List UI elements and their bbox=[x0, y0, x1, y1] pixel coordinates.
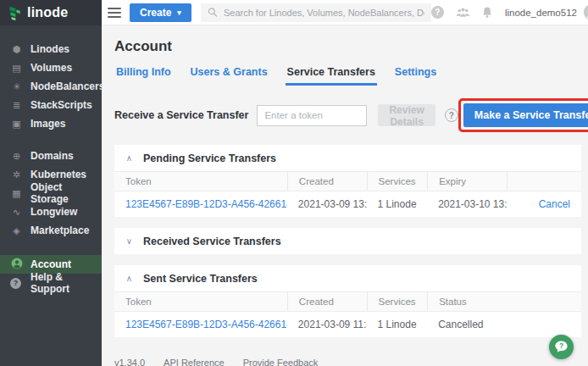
create-button[interactable]: Create ▾ bbox=[130, 3, 191, 22]
cancel-transfer-link[interactable]: Cancel bbox=[507, 198, 581, 210]
column-header-status: Status bbox=[427, 292, 581, 311]
page-footer: v1.34.0 API Reference Provide Feedback bbox=[114, 358, 581, 366]
menu-icon[interactable] bbox=[108, 8, 121, 18]
sidebar-item-linodes[interactable]: ⬢ Linodes bbox=[0, 40, 102, 58]
sidebar-item-label: Images bbox=[31, 118, 65, 130]
transfer-created: 2021-03-09 13:47 bbox=[287, 198, 367, 210]
column-header-services: Services bbox=[367, 292, 428, 311]
sidebar-item-stackscripts[interactable]: ≣ StackScripts bbox=[0, 96, 102, 114]
chat-question-icon: ? bbox=[553, 339, 569, 355]
column-header-expiry: Expiry bbox=[427, 172, 507, 191]
account-person-icon bbox=[10, 258, 23, 271]
top-bar: linode Create ▾ ? bbox=[0, 0, 588, 25]
volumes-icon: ▤ bbox=[10, 63, 23, 74]
tab-users-grants[interactable]: Users & Grants bbox=[189, 66, 269, 86]
logo-text: linode bbox=[27, 5, 68, 20]
search-input[interactable] bbox=[224, 8, 424, 18]
transfer-token-link[interactable]: 123E4567-E89B-12D3-A456-426614174001 bbox=[114, 319, 287, 330]
transfer-token-link[interactable]: 123E4567-E89B-12D3-A456-426614174000 bbox=[114, 198, 287, 210]
sidebar-item-label: Volumes bbox=[31, 62, 72, 74]
sidebar-item-label: NodeBalancers bbox=[31, 80, 104, 92]
sidebar-item-label: Marketplace bbox=[31, 225, 89, 236]
api-reference-link[interactable]: API Reference bbox=[164, 358, 225, 366]
page-title: Account bbox=[114, 38, 581, 55]
pending-transfers-panel: ∧ Pending Service Transfers Token Create… bbox=[114, 145, 581, 217]
receive-transfer-row: Receive a Service Transfer Review Detail… bbox=[114, 98, 581, 132]
sidebar-item-volumes[interactable]: ▤ Volumes bbox=[0, 58, 102, 77]
sidebar-item-domains[interactable]: ⊕ Domains bbox=[0, 147, 102, 165]
svg-text:?: ? bbox=[559, 341, 563, 350]
receive-transfer-label: Receive a Service Transfer bbox=[114, 109, 248, 121]
sidebar-item-label: Kubernetes bbox=[31, 169, 86, 180]
column-header-services: Services bbox=[367, 172, 428, 191]
table-row: 123E4567-E89B-12D3-A456-426614174000 202… bbox=[114, 191, 581, 217]
top-icons: ? bbox=[431, 6, 492, 19]
sent-transfers-panel: ∧ Sent Service Transfers Token Created S… bbox=[114, 265, 581, 337]
user-menu[interactable]: linode_demo512 ∨ bbox=[505, 3, 588, 21]
chevron-down-icon: ▾ bbox=[177, 8, 181, 17]
sidebar-item-object-storage[interactable]: ▦ Object Storage bbox=[0, 184, 102, 202]
sidebar-item-label: Domains bbox=[31, 150, 74, 162]
help-icon[interactable]: ? bbox=[431, 6, 444, 19]
transfer-services: 1 Linode bbox=[367, 198, 428, 210]
nodebalancers-icon: ✳ bbox=[10, 81, 23, 92]
sent-transfers-toggle[interactable]: ∧ Sent Service Transfers bbox=[114, 265, 581, 291]
search-icon bbox=[208, 7, 218, 18]
transfer-created: 2021-03-09 11:33 bbox=[287, 319, 367, 330]
sidebar-item-label: StackScripts bbox=[31, 99, 92, 111]
tab-settings[interactable]: Settings bbox=[393, 66, 438, 86]
sidebar-item-longview[interactable]: ∿ Longview bbox=[0, 202, 102, 221]
help-tooltip-icon[interactable]: ? bbox=[445, 108, 458, 122]
object-storage-icon: ▦ bbox=[10, 188, 23, 199]
sidebar: ⬢ Linodes ▤ Volumes ✳ NodeBalancers ≣ St… bbox=[0, 25, 102, 366]
token-input[interactable] bbox=[257, 105, 367, 126]
transfer-status: Cancelled bbox=[427, 319, 581, 330]
chevron-up-icon: ∧ bbox=[125, 274, 133, 283]
column-header-created: Created bbox=[287, 172, 367, 191]
annotation-highlight-box: Make a Service Transfer bbox=[458, 98, 588, 132]
table-header: Token Created Services Expiry bbox=[114, 171, 581, 191]
linode-cube-icon: ⬢ bbox=[10, 44, 23, 55]
community-icon[interactable] bbox=[456, 7, 470, 18]
chevron-down-icon: ∨ bbox=[125, 236, 133, 246]
received-transfers-toggle[interactable]: ∨ Received Service Transfers bbox=[114, 228, 581, 254]
notifications-bell-icon[interactable] bbox=[482, 6, 492, 19]
transfer-services: 1 Linode bbox=[367, 319, 428, 330]
received-transfers-panel: ∨ Received Service Transfers bbox=[114, 228, 581, 254]
account-tabs: Billing Info Users & Grants Service Tran… bbox=[114, 66, 581, 86]
longview-pulse-icon: ∿ bbox=[10, 207, 23, 218]
sidebar-item-help-support[interactable]: ? Help & Support bbox=[0, 274, 102, 292]
stackscripts-icon: ≣ bbox=[10, 100, 23, 111]
help-beacon-button[interactable]: ? bbox=[549, 335, 574, 359]
make-service-transfer-button[interactable]: Make a Service Transfer bbox=[463, 103, 588, 127]
avatar bbox=[583, 3, 588, 21]
sidebar-item-nodebalancers[interactable]: ✳ NodeBalancers bbox=[0, 77, 102, 96]
version-link[interactable]: v1.34.0 bbox=[114, 358, 145, 366]
section-title: Received Service Transfers bbox=[143, 236, 281, 247]
tab-billing-info[interactable]: Billing Info bbox=[114, 66, 173, 86]
kubernetes-icon: ✲ bbox=[10, 169, 23, 180]
column-header-token: Token bbox=[114, 172, 287, 191]
pending-transfers-toggle[interactable]: ∧ Pending Service Transfers bbox=[114, 145, 581, 171]
sidebar-item-label: Help & Support bbox=[31, 271, 102, 295]
review-details-button[interactable]: Review Details bbox=[378, 104, 435, 126]
tab-service-transfers[interactable]: Service Transfers bbox=[286, 66, 377, 86]
column-header-token: Token bbox=[114, 292, 287, 311]
table-header: Token Created Services Status bbox=[114, 291, 581, 312]
sidebar-item-label: Account bbox=[31, 258, 71, 270]
chevron-up-icon: ∧ bbox=[125, 153, 133, 163]
section-title: Sent Service Transfers bbox=[143, 273, 258, 285]
column-header-created: Created bbox=[287, 292, 367, 311]
domains-globe-icon: ⊕ bbox=[10, 151, 23, 162]
main-content: Account Billing Info Users & Grants Serv… bbox=[102, 25, 588, 366]
linode-logo[interactable]: linode bbox=[0, 0, 102, 25]
sidebar-item-images[interactable]: ▣ Images bbox=[0, 114, 102, 133]
transfer-expiry: 2021-03-10 13:47 bbox=[427, 198, 507, 210]
sidebar-item-marketplace[interactable]: ◈ Marketplace bbox=[0, 221, 102, 240]
images-icon: ▣ bbox=[10, 119, 23, 130]
create-button-label: Create bbox=[140, 7, 171, 19]
top-bar-main: Create ▾ ? bbox=[102, 0, 588, 25]
provide-feedback-link[interactable]: Provide Feedback bbox=[243, 358, 319, 366]
sidebar-item-label: Object Storage bbox=[31, 181, 102, 205]
column-header-action bbox=[507, 172, 581, 191]
